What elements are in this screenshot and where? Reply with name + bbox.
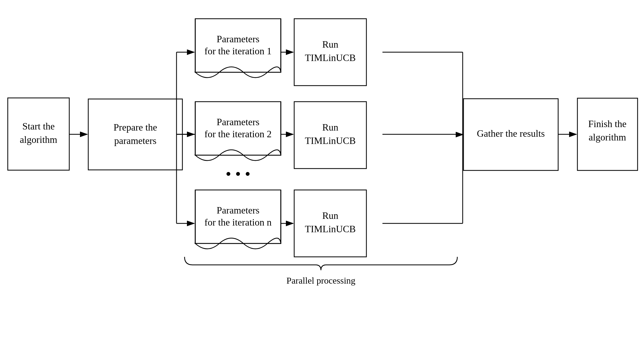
run1-box: [294, 19, 366, 86]
run2-label: Run: [322, 122, 338, 133]
start-label2: algorithm: [20, 134, 57, 145]
dots: • • •: [225, 165, 250, 183]
prepare-label2: parameters: [114, 135, 156, 146]
start-label: Start the: [22, 121, 55, 132]
diagram-container: Start the algorithm Prepare the paramete…: [0, 0, 644, 343]
brace: [185, 257, 457, 270]
params1-label: Parameters: [217, 34, 259, 44]
run2-label2: TIMLinUCB: [305, 135, 356, 146]
prepare-label: Prepare the: [114, 122, 157, 133]
params1-label2: for the iteration 1: [205, 46, 272, 56]
runN-label2: TIMLinUCB: [305, 224, 356, 234]
gather-label: Gather the results: [477, 128, 545, 139]
prepare-box: [88, 99, 182, 170]
runN-label: Run: [322, 210, 338, 221]
params2-rect: [195, 102, 281, 155]
run1-label: Run: [322, 39, 338, 50]
params1-rect: [195, 19, 281, 72]
params2-label: Parameters: [217, 117, 259, 127]
finish-label2: algorithm: [589, 132, 626, 143]
runN-box: [294, 190, 366, 257]
parallel-label: Parallel processing: [286, 276, 355, 285]
params2-label2: for the iteration 2: [205, 129, 272, 139]
paramsN-rect: [195, 190, 281, 243]
run1-label2: TIMLinUCB: [305, 52, 356, 63]
start-box: [8, 98, 69, 170]
paramsN-label2: for the iteration n: [205, 217, 272, 228]
finish-label: Finish the: [588, 119, 626, 129]
paramsN-label: Parameters: [217, 205, 259, 216]
run2-box: [294, 102, 366, 169]
